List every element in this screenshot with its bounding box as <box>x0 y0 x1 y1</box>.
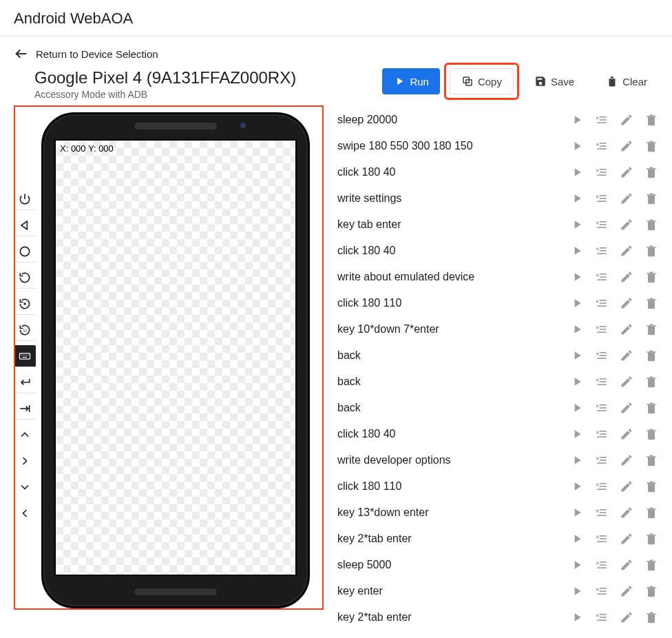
play-from-here-icon[interactable] <box>595 480 609 493</box>
copy-button[interactable]: Copy <box>450 68 514 94</box>
power-icon[interactable] <box>14 188 36 210</box>
edit-icon[interactable] <box>620 584 633 598</box>
edit-icon[interactable] <box>620 113 633 127</box>
play-icon[interactable] <box>570 532 584 546</box>
play-icon[interactable] <box>570 558 584 572</box>
edit-icon[interactable] <box>620 244 633 258</box>
refresh-loop-icon[interactable] <box>14 293 36 315</box>
save-button[interactable]: Save <box>523 68 585 94</box>
tab-arrow-icon[interactable] <box>14 398 36 420</box>
delete-icon[interactable] <box>644 558 658 572</box>
play-from-here-icon[interactable] <box>595 427 609 441</box>
play-icon[interactable] <box>570 427 584 441</box>
edit-icon[interactable] <box>620 401 633 415</box>
edit-icon[interactable] <box>620 218 633 231</box>
play-icon[interactable] <box>570 453 584 467</box>
edit-icon[interactable] <box>620 375 633 389</box>
play-icon[interactable] <box>570 322 584 336</box>
delete-icon[interactable] <box>644 427 658 441</box>
delete-icon[interactable] <box>644 453 658 467</box>
edit-icon[interactable] <box>620 296 633 310</box>
delete-icon[interactable] <box>644 349 658 362</box>
play-from-here-icon[interactable] <box>595 401 609 415</box>
edit-icon[interactable] <box>620 322 633 336</box>
play-from-here-icon[interactable] <box>595 584 609 598</box>
delete-icon[interactable] <box>644 218 658 231</box>
edit-icon[interactable] <box>620 480 633 493</box>
play-from-here-icon[interactable] <box>595 244 609 258</box>
delete-icon[interactable] <box>644 139 658 153</box>
play-icon[interactable] <box>570 584 584 598</box>
refresh-icon[interactable] <box>14 267 36 289</box>
edit-icon[interactable] <box>620 453 633 467</box>
delete-icon[interactable] <box>644 532 658 546</box>
play-from-here-icon[interactable] <box>595 375 609 389</box>
delete-icon[interactable] <box>644 506 658 519</box>
play-icon[interactable] <box>570 270 584 284</box>
play-from-here-icon[interactable] <box>595 322 609 336</box>
edit-icon[interactable] <box>620 270 633 284</box>
enter-arrow-icon[interactable] <box>14 371 36 393</box>
play-from-here-icon[interactable] <box>595 453 609 467</box>
delete-icon[interactable] <box>644 322 658 336</box>
delete-icon[interactable] <box>644 584 658 598</box>
play-from-here-icon[interactable] <box>595 270 609 284</box>
edit-icon[interactable] <box>620 558 633 572</box>
play-icon[interactable] <box>570 375 584 389</box>
play-icon[interactable] <box>570 610 584 624</box>
edit-icon[interactable] <box>620 139 633 153</box>
refresh-timed-icon[interactable]: 10 <box>14 319 36 341</box>
play-from-here-icon[interactable] <box>595 165 609 179</box>
play-icon[interactable] <box>570 139 584 153</box>
delete-icon[interactable] <box>644 610 658 624</box>
return-link[interactable]: Return to Device Selection <box>36 48 158 60</box>
chevron-left-icon[interactable] <box>14 502 36 524</box>
delete-icon[interactable] <box>644 480 658 493</box>
edit-icon[interactable] <box>620 192 633 205</box>
play-icon[interactable] <box>570 244 584 258</box>
play-from-here-icon[interactable] <box>595 192 609 205</box>
run-button[interactable]: Run <box>382 68 440 94</box>
play-from-here-icon[interactable] <box>595 349 609 362</box>
delete-icon[interactable] <box>644 270 658 284</box>
home-circle-icon[interactable] <box>14 240 36 263</box>
chevron-up-icon[interactable] <box>14 424 36 446</box>
edit-icon[interactable] <box>620 610 633 624</box>
edit-icon[interactable] <box>620 349 633 362</box>
delete-icon[interactable] <box>644 296 658 310</box>
play-from-here-icon[interactable] <box>595 218 609 231</box>
play-icon[interactable] <box>570 480 584 493</box>
play-icon[interactable] <box>570 192 584 205</box>
edit-icon[interactable] <box>620 532 633 546</box>
clear-button[interactable]: Clear <box>595 68 658 94</box>
play-from-here-icon[interactable] <box>595 113 609 127</box>
edit-icon[interactable] <box>620 165 633 179</box>
back-arrow-icon[interactable] <box>14 46 29 61</box>
play-icon[interactable] <box>570 401 584 415</box>
phone-screen[interactable]: X: 000 Y: 000 <box>54 139 297 576</box>
edit-icon[interactable] <box>620 506 633 519</box>
delete-icon[interactable] <box>644 165 658 179</box>
delete-icon[interactable] <box>644 244 658 258</box>
play-from-here-icon[interactable] <box>595 506 609 519</box>
play-from-here-icon[interactable] <box>595 558 609 572</box>
play-icon[interactable] <box>570 113 584 127</box>
delete-icon[interactable] <box>644 113 658 127</box>
delete-icon[interactable] <box>644 192 658 205</box>
play-icon[interactable] <box>570 296 584 310</box>
play-icon[interactable] <box>570 218 584 231</box>
play-from-here-icon[interactable] <box>595 610 609 624</box>
chevron-right-icon[interactable] <box>14 450 36 472</box>
delete-icon[interactable] <box>644 375 658 389</box>
play-from-here-icon[interactable] <box>595 139 609 153</box>
play-from-here-icon[interactable] <box>595 532 609 546</box>
back-triangle-icon[interactable] <box>14 214 36 236</box>
edit-icon[interactable] <box>620 427 633 441</box>
delete-icon[interactable] <box>644 401 658 415</box>
keyboard-icon[interactable] <box>14 345 36 367</box>
chevron-down-icon[interactable] <box>14 476 36 498</box>
play-icon[interactable] <box>570 506 584 519</box>
play-from-here-icon[interactable] <box>595 296 609 310</box>
play-icon[interactable] <box>570 165 584 179</box>
play-icon[interactable] <box>570 349 584 362</box>
